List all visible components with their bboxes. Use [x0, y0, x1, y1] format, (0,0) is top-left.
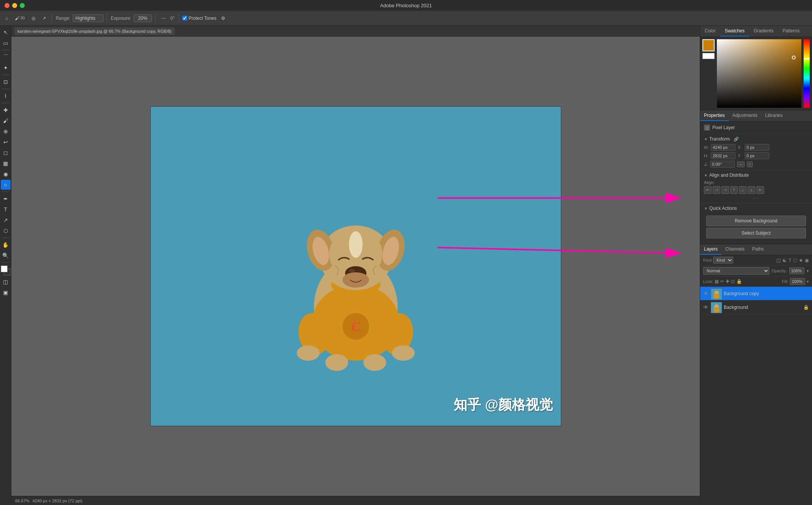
lock-artboard-icon[interactable]: ⊡: [731, 279, 735, 284]
opacity-input[interactable]: [789, 267, 804, 274]
tab-properties[interactable]: Properties: [700, 110, 729, 121]
crop-tool[interactable]: ⊡: [1, 77, 11, 87]
blur-tool[interactable]: ◉: [1, 169, 11, 179]
protect-tones-input[interactable]: [182, 16, 187, 21]
pixel-filter-icon[interactable]: ◫: [776, 257, 781, 263]
eyedropper-tool[interactable]: ⌇: [1, 91, 11, 101]
tab-swatches[interactable]: Swatches: [720, 26, 749, 37]
select-subject-button[interactable]: Select Subject: [706, 228, 806, 238]
healing-brush-tool[interactable]: ✚: [1, 105, 11, 115]
foreground-color-swatch[interactable]: [702, 39, 715, 51]
text-tool[interactable]: T: [1, 205, 11, 214]
hue-slider[interactable]: [804, 39, 810, 108]
brush-tool[interactable]: 🖌: [1, 116, 11, 126]
shape-tool[interactable]: ⬡: [1, 226, 11, 236]
tab-patterns[interactable]: Patterns: [778, 26, 804, 37]
main-area: ↖ ▭ ⌒ ✦ ⊡ ⌇ ✚ 🖌 ⊕ ↩ ◻ ▦ ◉ ○ ✒ T ↗ ⬡ ✋ 🔍 …: [0, 26, 812, 505]
lock-all-icon[interactable]: 🔒: [736, 279, 742, 284]
range-dropdown[interactable]: Highlights: [73, 14, 103, 22]
titlebar: Adobe Photoshop 2021: [0, 0, 812, 11]
canvas-wrapper[interactable]: C: [11, 37, 700, 496]
filter-select[interactable]: Kind: [713, 257, 733, 264]
clone-stamp-tool[interactable]: ⊕: [1, 126, 11, 136]
exposure-input[interactable]: [134, 14, 152, 22]
foreground-color[interactable]: [1, 265, 11, 275]
opacity-dropdown-arrow[interactable]: ▾: [807, 268, 809, 273]
align-center-h-btn[interactable]: ⊣: [713, 186, 720, 194]
magic-wand-tool[interactable]: ✦: [1, 63, 11, 73]
y-input[interactable]: [745, 152, 769, 159]
zoom-tool[interactable]: 🔍: [1, 251, 11, 260]
layer-background-copy[interactable]: 👁 Background copy: [700, 287, 812, 300]
x-input[interactable]: [745, 144, 769, 151]
sep-1: [52, 14, 52, 23]
shape-filter-icon[interactable]: ⬡: [793, 257, 797, 263]
flip-h-btn[interactable]: ↔: [737, 161, 745, 167]
move-tool[interactable]: ↖: [1, 27, 11, 37]
quick-mask-button[interactable]: ◫: [1, 277, 11, 287]
adjust-filter-icon[interactable]: ☯: [782, 257, 787, 263]
effects-filter-icon[interactable]: ★: [799, 257, 803, 263]
fill-label: Fill:: [782, 279, 788, 284]
color-gradient[interactable]: [717, 39, 801, 108]
dodge-tool[interactable]: ○: [1, 180, 11, 190]
eraser-tool[interactable]: ◻: [1, 148, 11, 158]
minimize-button[interactable]: [12, 3, 17, 8]
align-left-btn[interactable]: ⊢: [704, 186, 712, 194]
hand-tool[interactable]: ✋: [1, 240, 11, 250]
history-brush-tool[interactable]: ↩: [1, 137, 11, 147]
home-button[interactable]: ⌂: [3, 14, 10, 22]
tab-libraries[interactable]: Libraries: [761, 110, 787, 121]
brush-hardness-button[interactable]: ◎: [29, 14, 38, 22]
gradient-tool[interactable]: ▦: [1, 158, 11, 168]
more-button[interactable]: ...: [704, 194, 808, 201]
remove-background-button[interactable]: Remove Background: [706, 216, 806, 226]
lock-position-icon[interactable]: ✚: [726, 279, 729, 284]
flip-v-btn[interactable]: ↕: [747, 161, 753, 167]
brush-size-button[interactable]: 🖌 90: [13, 14, 27, 22]
pen-tool[interactable]: ✒: [1, 194, 11, 204]
protect-tones-checkbox[interactable]: Protect Tones: [182, 16, 217, 21]
smart-filter-icon[interactable]: ◉: [805, 257, 809, 263]
lock-image-icon[interactable]: ✏: [720, 279, 724, 284]
file-tab[interactable]: karsten-winegeart-5PVXkqt2s9k-unsplash.j…: [14, 27, 175, 35]
link-toggle[interactable]: 🔗: [734, 137, 739, 142]
align-top-btn[interactable]: ⊤: [730, 186, 738, 194]
align-center-v-btn[interactable]: ⊥: [739, 186, 747, 194]
lasso-tool[interactable]: ⌒: [1, 52, 11, 62]
align-bottom-btn[interactable]: ⊥: [748, 186, 755, 194]
align-header[interactable]: ▼ Align and Distribute: [704, 173, 808, 178]
blend-mode-select[interactable]: Normal: [703, 267, 769, 275]
angle-input[interactable]: [710, 161, 735, 168]
tab-adjustments[interactable]: Adjustments: [729, 110, 761, 121]
visibility-icon-bg[interactable]: 👁: [703, 304, 709, 310]
text-filter-icon[interactable]: T: [788, 257, 791, 263]
tab-paths[interactable]: Paths: [748, 244, 768, 255]
maximize-button[interactable]: [20, 3, 25, 8]
screen-mode-button[interactable]: ▣: [1, 288, 11, 297]
align-right-btn[interactable]: ⊣: [721, 186, 729, 194]
tab-channels[interactable]: Channels: [721, 244, 748, 255]
layer-background[interactable]: 👁 Background 🔒: [700, 300, 812, 314]
brush-angle-button[interactable]: ↗: [40, 14, 48, 22]
canvas[interactable]: C: [150, 106, 561, 426]
transform-header[interactable]: ▼ Transform 🔗: [704, 136, 808, 142]
fill-input[interactable]: [790, 278, 805, 285]
width-input[interactable]: [711, 144, 736, 151]
tab-color[interactable]: Color: [700, 26, 720, 37]
tab-layers[interactable]: Layers: [700, 244, 721, 255]
path-selection-tool[interactable]: ↗: [1, 215, 11, 225]
tab-gradients[interactable]: Gradients: [749, 26, 778, 37]
visibility-icon-bg-copy[interactable]: 👁: [703, 291, 709, 297]
svg-point-6: [392, 345, 415, 361]
extra-options-button[interactable]: ⚙: [219, 14, 228, 22]
lock-transparent-icon[interactable]: ▦: [715, 279, 719, 284]
quick-actions-header[interactable]: ▼ Quick Actions: [704, 206, 808, 211]
close-button[interactable]: [5, 3, 10, 8]
height-input[interactable]: [711, 152, 736, 159]
marquee-tool[interactable]: ▭: [1, 38, 11, 48]
fill-dropdown-arrow[interactable]: ▾: [807, 279, 809, 284]
flow-button[interactable]: ⋯: [159, 14, 168, 22]
distribute-left-btn[interactable]: ⊨: [756, 186, 764, 194]
fg-bg-indicator[interactable]: [702, 53, 715, 59]
